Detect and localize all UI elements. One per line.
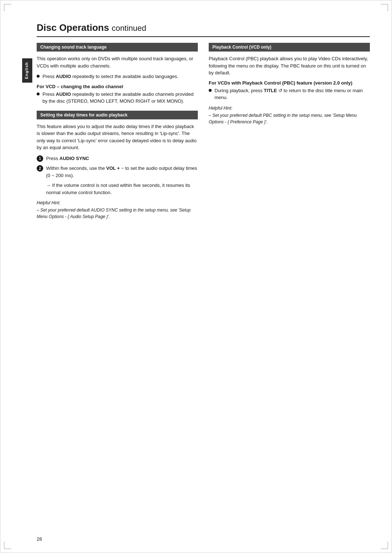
left-column: Changing sound track language This opera… (37, 43, 198, 220)
audio-delay-body: This feature allows you to adjust the au… (37, 123, 198, 151)
bullet-dot (37, 75, 40, 78)
corner-mark-bl (4, 542, 11, 549)
step-circle-1: 1 (37, 155, 43, 162)
pbc-body: Playback Control (PBC) playback allows y… (209, 55, 370, 77)
step-circle-2: 2 (37, 165, 43, 172)
step-2: 2 Within five seconds, use the VOL + − t… (37, 165, 198, 179)
page-title: Disc Operations continued (37, 15, 370, 33)
bullet-pbc-title: During playback, press TITLE ↺ to return… (209, 87, 370, 101)
corner-mark-tr (381, 4, 388, 11)
page: English Disc Operations continued Changi… (0, 0, 392, 553)
columns: Changing sound track language This opera… (37, 43, 370, 220)
title-divider (37, 36, 370, 37)
helpful-hint-audio-sync: Helpful Hint: – Set your preferred defau… (37, 200, 198, 220)
bullet-audio-repeatedly: Press AUDIO repeatedly to select the ava… (37, 73, 198, 80)
sub-heading-pbc-vcds: For VCDs with Playback Control (PBC) fea… (209, 80, 370, 86)
english-tab: English (22, 58, 32, 83)
audio-language-body: This operation works only on DVDs with m… (37, 55, 198, 69)
arrow-note: → If the volume control is not used with… (46, 182, 198, 196)
helpful-hint-pbc: Helpful Hint: – Set your preferred defau… (209, 105, 370, 125)
bullet-dot-pbc (209, 89, 212, 92)
section-header-audio-delay: Setting the delay times for audio playba… (37, 111, 198, 119)
section-header-pbc: Playback Control (VCD only) (209, 43, 370, 52)
corner-mark-br (381, 542, 388, 549)
section-header-audio-language: Changing sound track language (37, 43, 198, 52)
page-number: 28 (37, 536, 42, 542)
bullet-dot-2 (37, 93, 40, 95)
corner-mark-tl (4, 4, 11, 11)
step-1: 1 Press AUDIO SYNC (37, 155, 198, 162)
bullet-vcd-audio-channel: Press AUDIO repeatedly to select the ava… (37, 91, 198, 105)
right-column: Playback Control (VCD only) Playback Con… (209, 43, 370, 220)
sub-heading-vcd-audio: For VCD – changing the audio channel (37, 84, 198, 89)
